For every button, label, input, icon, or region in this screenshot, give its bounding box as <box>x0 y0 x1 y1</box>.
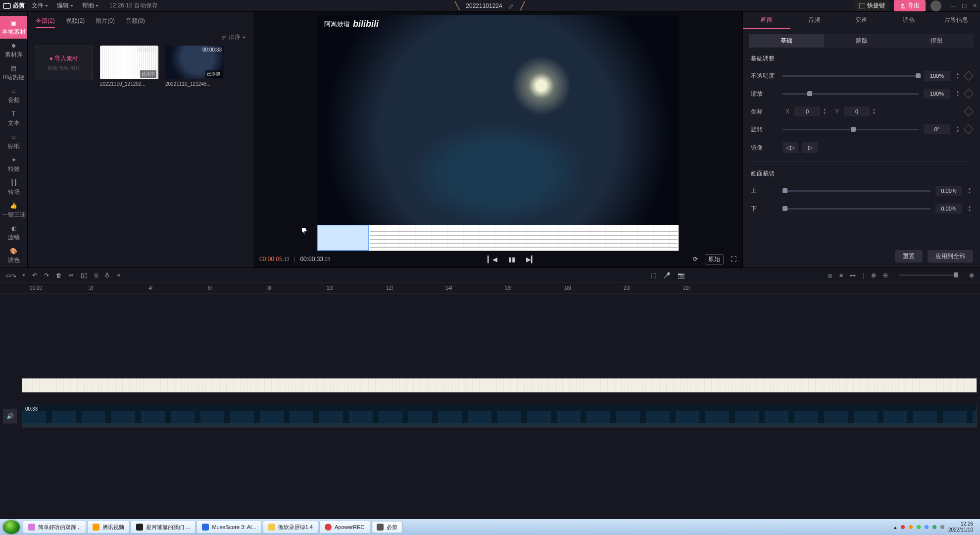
shortcut-button[interactable]: 快捷键 <box>855 0 889 11</box>
crop-top-slider[interactable] <box>783 190 931 192</box>
next-frame-button[interactable]: ▶▎ <box>526 256 536 263</box>
nav-text[interactable]: T文本 <box>0 107 27 130</box>
zoom-out-icon[interactable]: ⊖ <box>883 272 888 279</box>
zoom-slider[interactable] <box>899 274 958 276</box>
opacity-value[interactable]: 100% <box>924 71 950 81</box>
original-ratio-button[interactable]: 原始 <box>705 254 724 265</box>
project-name[interactable]: 20221101224 <box>466 2 502 9</box>
taskbar-item[interactable]: MuseScore 3: Al... <box>196 521 261 534</box>
menu-file[interactable]: 文件 <box>32 1 48 10</box>
sort-button[interactable]: 排序 <box>222 33 245 42</box>
select-tool[interactable]: ▭↘ <box>6 272 16 279</box>
nav-triple[interactable]: 👍一键三连 <box>0 199 27 222</box>
tab-all[interactable]: 全部(2) <box>36 17 55 28</box>
timeline-ruler[interactable]: 00:002f4f6f8f10f12f14f16f18f20f22f <box>0 283 980 294</box>
crop-bottom-slider[interactable] <box>783 208 931 210</box>
user-avatar[interactable] <box>931 0 941 11</box>
play-pause-button[interactable]: ▮▮ <box>508 256 515 263</box>
crop-bottom-value[interactable]: 0.00% <box>935 204 962 214</box>
minimize-button[interactable]: — <box>950 2 956 9</box>
nav-stickers[interactable]: ☺贴纸 <box>0 130 27 153</box>
media-clip[interactable]: 00:00:31 已添加 20221110_121202... <box>100 46 158 87</box>
redo-button[interactable]: ↷ <box>44 272 49 279</box>
keyframe-button[interactable] <box>964 124 974 134</box>
loop-icon[interactable]: ⟳ <box>693 256 698 263</box>
coord-y-input[interactable] <box>844 107 870 116</box>
reset-button[interactable]: 重置 <box>895 250 923 263</box>
export-button[interactable]: 导出 <box>894 0 926 11</box>
record-icon[interactable]: ⬚ <box>651 272 656 279</box>
tray-icon[interactable] <box>909 525 913 529</box>
nav-local-media[interactable]: ▣本地素材 <box>0 16 27 39</box>
taskbar-clock[interactable]: 12:262022/11/10 <box>948 521 973 533</box>
tray-up-icon[interactable]: ▴ <box>894 524 897 531</box>
freeze-icon[interactable]: ⎘ <box>95 272 98 279</box>
marker-icon[interactable]: ⊕ <box>871 272 876 279</box>
apply-all-button[interactable]: 应用到全部 <box>928 250 973 263</box>
align-icon[interactable]: ≡ <box>839 272 843 279</box>
keyframe-button[interactable] <box>964 71 974 81</box>
split-button[interactable]: ✂ <box>69 272 74 279</box>
crop-top-value[interactable]: 0.00% <box>935 186 962 196</box>
tray-icon[interactable] <box>901 525 905 529</box>
tab-audio[interactable]: 音频(0) <box>126 17 145 28</box>
video-preview[interactable]: 阿嵩鼓谱bilibili <box>317 15 679 251</box>
menu-edit[interactable]: 编辑 <box>57 1 73 10</box>
media-clip[interactable]: 00:00:33 已添加 20221110_121248... <box>165 46 224 87</box>
maximize-button[interactable]: ▢ <box>962 2 967 9</box>
nav-effects[interactable]: ✦特效 <box>0 153 27 176</box>
scale-slider[interactable] <box>783 93 919 95</box>
nav-bili-trends[interactable]: ▤B站热梗 <box>0 61 27 84</box>
import-media-button[interactable]: ● 导入素材 视频 音频 图片 <box>35 46 93 80</box>
score-overlay-track[interactable] <box>22 378 977 393</box>
undo-button[interactable]: ↶ <box>32 272 37 279</box>
menu-help[interactable]: 帮助 <box>82 1 98 10</box>
subtab-cutout[interactable]: 抠图 <box>899 34 974 48</box>
delete-button[interactable]: 🗑 <box>56 272 62 279</box>
camera-icon[interactable]: 📷 <box>678 272 685 279</box>
edit-icon[interactable] <box>508 3 514 9</box>
snap-icon[interactable]: ≣ <box>828 272 833 279</box>
subtab-mask[interactable]: 蒙版 <box>824 34 899 48</box>
tab-clipinfo[interactable]: 片段信息 <box>932 12 980 29</box>
subtab-basic[interactable]: 基础 <box>749 34 824 48</box>
keyframe-button[interactable] <box>964 107 974 116</box>
nav-transitions[interactable]: ┃┃转场 <box>0 176 27 199</box>
start-button[interactable] <box>3 520 20 534</box>
mirror-tool-icon[interactable]: ♁ <box>105 272 109 279</box>
mic-icon[interactable]: 🎤 <box>663 272 671 279</box>
tab-speed[interactable]: 变速 <box>838 12 885 29</box>
keyframe-button[interactable] <box>964 89 974 99</box>
fullscreen-icon[interactable]: ⛶ <box>731 256 736 263</box>
rotate-slider[interactable] <box>783 129 919 130</box>
link-icon[interactable]: ⊶ <box>850 272 856 279</box>
crop-tool-icon[interactable]: ▯▯ <box>81 272 88 279</box>
tab-picture[interactable]: 画面 <box>743 12 790 29</box>
nav-library[interactable]: ☻素材库 <box>0 39 27 61</box>
magic-icon[interactable]: ✧ <box>116 272 121 279</box>
tab-audio-insp[interactable]: 音频 <box>790 12 838 29</box>
system-tray[interactable]: ▴ 12:262022/11/10 <box>894 521 977 533</box>
video-track-clip[interactable]: 00:33 <box>22 405 977 428</box>
prev-frame-button[interactable]: ▎◀ <box>488 256 497 263</box>
tray-icon[interactable] <box>925 525 929 529</box>
taskbar-item[interactable]: 必剪 <box>371 521 403 534</box>
taskbar-item[interactable]: 简单好听的双踩... <box>23 521 86 534</box>
mirror-v-button[interactable]: ▷ <box>802 142 818 153</box>
tab-video[interactable]: 视频(2) <box>66 17 85 28</box>
nav-filter[interactable]: ◐滤镜 <box>0 222 27 245</box>
tab-color[interactable]: 调色 <box>885 12 932 29</box>
rotate-value[interactable]: 0° <box>924 124 950 134</box>
nav-color[interactable]: 🎨调色 <box>0 245 27 268</box>
track-mute-button[interactable]: 🔊 <box>3 409 17 424</box>
tray-icon[interactable] <box>940 525 944 529</box>
taskbar-item[interactable]: 傲软录屏绿1.4 <box>263 521 318 534</box>
tray-icon[interactable] <box>932 525 936 529</box>
mirror-h-button[interactable]: ◁▷ <box>783 142 798 153</box>
taskbar-item[interactable]: 星河璀璨的我们 ... <box>131 521 196 534</box>
coord-x-input[interactable] <box>794 107 820 116</box>
zoom-in-icon[interactable]: ⊕ <box>969 272 974 279</box>
spin-up[interactable]: ▲ <box>955 72 960 76</box>
timeline-tracks[interactable]: ◂ 🔊 00:33 <box>0 294 980 527</box>
nav-audio[interactable]: ♫音频 <box>0 85 27 107</box>
